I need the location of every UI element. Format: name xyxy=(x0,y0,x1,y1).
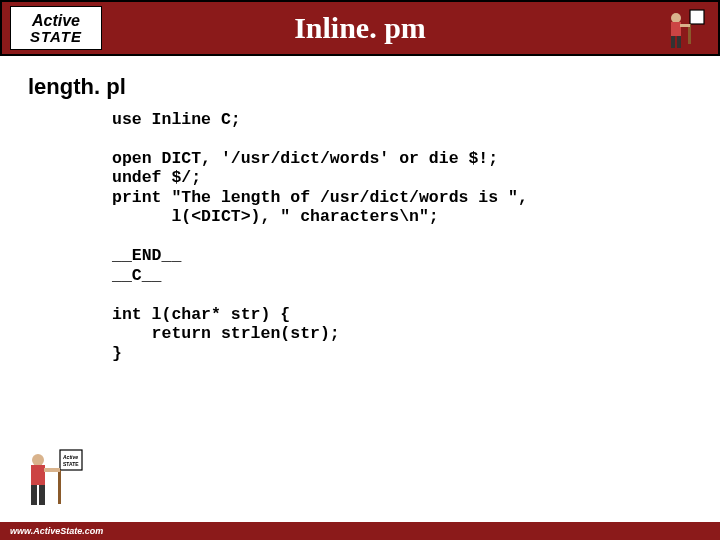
code-line: use Inline C; xyxy=(112,110,241,129)
slide-footer: www.ActiveState.com xyxy=(0,522,720,540)
svg-rect-3 xyxy=(671,22,681,36)
svg-point-2 xyxy=(671,13,681,23)
page-title: Inline. pm xyxy=(294,11,426,45)
code-line: return strlen(str); xyxy=(112,324,340,343)
code-line: __END__ xyxy=(112,246,181,265)
code-line: int l(char* str) { xyxy=(112,305,290,324)
svg-rect-6 xyxy=(680,24,690,27)
slide-header: Active STATE Inline. pm xyxy=(0,0,720,56)
logo-line1: Active xyxy=(32,13,80,29)
svg-rect-4 xyxy=(671,36,675,48)
svg-rect-7 xyxy=(60,450,82,470)
svg-point-11 xyxy=(32,454,44,466)
code-line: __C__ xyxy=(112,266,162,285)
svg-text:Active: Active xyxy=(62,454,78,460)
activestate-logo: Active STATE xyxy=(10,6,102,50)
worker-icon: Active STATE xyxy=(18,446,90,512)
svg-text:STATE: STATE xyxy=(63,461,79,467)
footer-url: www.ActiveState.com xyxy=(10,526,103,536)
svg-rect-5 xyxy=(677,36,681,48)
code-line: undef $/; xyxy=(112,168,201,187)
slide-subtitle: length. pl xyxy=(28,74,720,100)
code-block: use Inline C; open DICT, '/usr/dict/word… xyxy=(112,110,720,363)
code-line: l(<DICT>), " characters\n"; xyxy=(112,207,439,226)
code-line: print "The length of /usr/dict/words is … xyxy=(112,188,528,207)
code-line: open DICT, '/usr/dict/words' or die $!; xyxy=(112,149,498,168)
svg-rect-10 xyxy=(58,470,61,504)
svg-rect-13 xyxy=(31,485,37,505)
svg-rect-0 xyxy=(690,10,704,24)
logo-line2: STATE xyxy=(30,29,82,44)
code-line: } xyxy=(112,344,122,363)
svg-rect-15 xyxy=(44,468,60,472)
worker-icon xyxy=(660,6,708,54)
svg-rect-12 xyxy=(31,465,45,485)
svg-rect-14 xyxy=(39,485,45,505)
